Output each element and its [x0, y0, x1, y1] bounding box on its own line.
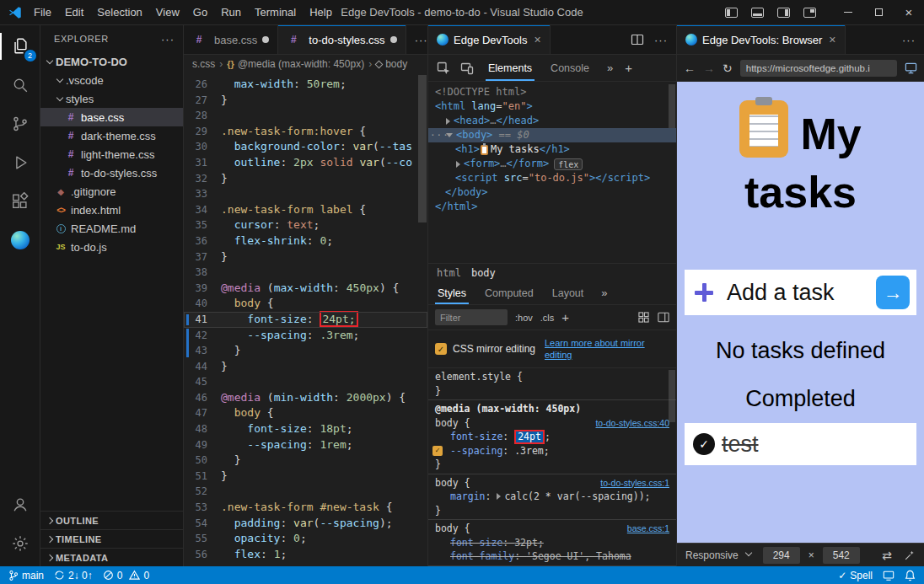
dom-scrollbar[interactable] [669, 84, 675, 128]
dom-node-1[interactable]: <html lang="en"> [428, 99, 676, 114]
completed-task-item[interactable]: ✓ test [685, 423, 916, 465]
tool-tab-console[interactable]: Console [541, 55, 599, 81]
code-line-53[interactable]: 53.new-task-form #new-task { [184, 500, 427, 516]
menu-selection[interactable]: Selection [90, 3, 148, 21]
inspect-element-icon[interactable] [432, 55, 455, 81]
explorer-item-styles[interactable]: styles [40, 89, 183, 108]
grid-options-icon[interactable] [638, 312, 649, 323]
stylesheet-link[interactable]: base.css:1 [627, 522, 669, 536]
split-editor-icon[interactable] [631, 33, 644, 46]
dom-node-6[interactable]: <script src="to-do.js"></script> [428, 171, 676, 185]
activity-settings[interactable] [0, 524, 40, 563]
dom-node-3[interactable]: ···<body> == $0 [428, 128, 676, 142]
style-rule-body[interactable]: body {to-do-styles.css:40 [428, 416, 676, 431]
reload-icon[interactable]: ↻ [723, 62, 733, 75]
code-line-50[interactable]: 50 } [184, 453, 427, 469]
tab-base.css[interactable]: #base.css [184, 25, 278, 54]
stylesheet-link[interactable]: to-do-styles.css:1 [600, 476, 669, 490]
explorer-item-index.html[interactable]: <>index.html [40, 201, 183, 219]
explorer-item-base.css[interactable]: #base.css [40, 108, 183, 126]
status-branch[interactable]: main [8, 570, 44, 581]
code-line-29[interactable]: 29.new-task-form:hover { [184, 124, 427, 140]
explorer-item-light-theme.css[interactable]: #light-theme.css [40, 145, 183, 163]
code-line-26[interactable]: 26 max-width: 50rem; [184, 77, 427, 93]
code-line-44[interactable]: 44} [184, 359, 427, 375]
code-line-32[interactable]: 32} [184, 171, 427, 187]
dom-node-5[interactable]: <form>…</form>flex [428, 157, 676, 171]
property-checkbox[interactable]: ✓ [432, 446, 443, 456]
sidebar-section-outline[interactable]: OUTLINE [40, 511, 183, 529]
collapse-arrow-icon[interactable] [456, 161, 460, 168]
activity-extensions[interactable] [0, 182, 40, 221]
close-tab-icon[interactable]: × [534, 33, 540, 46]
rotate-viewport-icon[interactable]: ⇄ [882, 549, 892, 562]
status-sync[interactable]: 2↓ 0↑ [54, 570, 93, 581]
explorer-item-to-do.js[interactable]: JSto-do.js [40, 238, 183, 256]
editor-actions-icon[interactable]: ··· [415, 34, 428, 46]
status-spell[interactable]: ✓ Spell [838, 570, 873, 581]
code-line-28[interactable]: 28 [184, 108, 427, 124]
styles-filter-input[interactable]: Filter [435, 309, 508, 325]
code-line-38[interactable]: 38 [184, 265, 427, 281]
activity-explorer[interactable]: 2 [0, 27, 40, 66]
code-line-33[interactable]: 33 [184, 186, 427, 202]
forward-icon[interactable]: → [703, 62, 715, 75]
code-line-36[interactable]: 36 flex-shrink: 0; [184, 233, 427, 249]
sidebar-section-metadata[interactable]: METADATA [40, 548, 183, 566]
style-rule-element.style[interactable]: element.style { [428, 370, 676, 384]
dom-crumb-body[interactable]: body [471, 267, 496, 279]
style-prop-font-size[interactable]: font-size: 24pt; [428, 430, 676, 444]
style-prop-margin[interactable]: margin: calc(2 * var(--spacing)); [428, 490, 676, 504]
code-line-56[interactable]: 56 flex: 1; [184, 547, 427, 563]
code-line-35[interactable]: 35 cursor: text; [184, 217, 427, 233]
menu-view[interactable]: View [149, 3, 186, 21]
add-task-button[interactable]: → [876, 276, 910, 309]
dom-node-2[interactable]: <head>…</head> [428, 114, 676, 128]
code-line-49[interactable]: 49 --spacing: 1rem; [184, 437, 427, 453]
panel-tab-computed[interactable]: Computed [475, 281, 543, 304]
menu-file[interactable]: File [27, 3, 58, 21]
activity-edge-devtools[interactable] [0, 221, 40, 260]
code-line-52[interactable]: 52 [184, 484, 427, 500]
code-line-51[interactable]: 51} [184, 469, 427, 485]
panel-tab-layout[interactable]: Layout [543, 281, 594, 304]
menu-edit[interactable]: Edit [58, 3, 90, 21]
sidebar-section-timeline[interactable]: TIMELINE [40, 529, 183, 548]
auto-fix-icon[interactable] [904, 549, 916, 561]
code-line-54[interactable]: 54 padding: var(--spacing); [184, 516, 427, 532]
minimize-button[interactable] [833, 0, 863, 25]
code-line-41[interactable]: 41 font-size: 24pt; [184, 312, 427, 328]
code-line-27[interactable]: 27} [184, 93, 427, 109]
activity-account[interactable] [0, 485, 40, 524]
tab-edge-devtools[interactable]: Edge DevTools × [428, 25, 551, 54]
style-prop---spacing[interactable]: ✓--spacing: .3rem; [428, 444, 676, 458]
explorer-item-dark-theme.css[interactable]: #dark-theme.css [40, 126, 183, 145]
tab-edge-devtools-browser[interactable]: Edge DevTools: Browser × [677, 25, 846, 54]
css-mirror-checkbox[interactable]: ✓ [435, 343, 447, 355]
add-tool-icon[interactable]: + [625, 61, 632, 75]
node-more-actions-icon[interactable]: ··· [430, 128, 449, 142]
code-line-30[interactable]: 30 background-color: var(--tas [184, 139, 427, 155]
style-rule-body[interactable]: body {base.css:1 [428, 522, 676, 536]
code-line-43[interactable]: 43 } [184, 343, 427, 359]
code-editor[interactable]: 26 max-width: 50rem;27}2829.new-task-for… [184, 73, 427, 566]
back-icon[interactable]: ← [684, 62, 696, 75]
dom-node-4[interactable]: <h1>My tasks</h1> [428, 142, 676, 157]
device-width-input[interactable]: 294 [763, 547, 800, 564]
code-line-39[interactable]: 39@media (max-width: 450px) { [184, 281, 427, 297]
breadcrumb-1[interactable]: {}@media (max-width: 450px) [227, 58, 364, 70]
code-line-45[interactable]: 45 [184, 374, 427, 390]
flex-badge[interactable]: flex [554, 158, 583, 170]
code-line-46[interactable]: 46@media (min-width: 2000px) { [184, 390, 427, 406]
explorer-item-.gitignore[interactable]: ◆.gitignore [40, 182, 183, 201]
code-line-34[interactable]: 34.new-task-form label { [184, 202, 427, 218]
collapse-arrow-icon[interactable] [446, 118, 450, 125]
customize-layout-icon[interactable] [803, 8, 816, 18]
screencast-icon[interactable] [883, 570, 894, 581]
dom-node-7[interactable]: </body> [428, 185, 676, 200]
style-media-query[interactable]: @media (max-width: 450px) [428, 402, 676, 416]
toggle-hover-state-button[interactable]: :hov [515, 313, 533, 323]
breadcrumb-2[interactable]: body [376, 58, 407, 70]
code-line-40[interactable]: 40 body { [184, 296, 427, 312]
explorer-item-README.md[interactable]: iREADME.md [40, 219, 183, 238]
